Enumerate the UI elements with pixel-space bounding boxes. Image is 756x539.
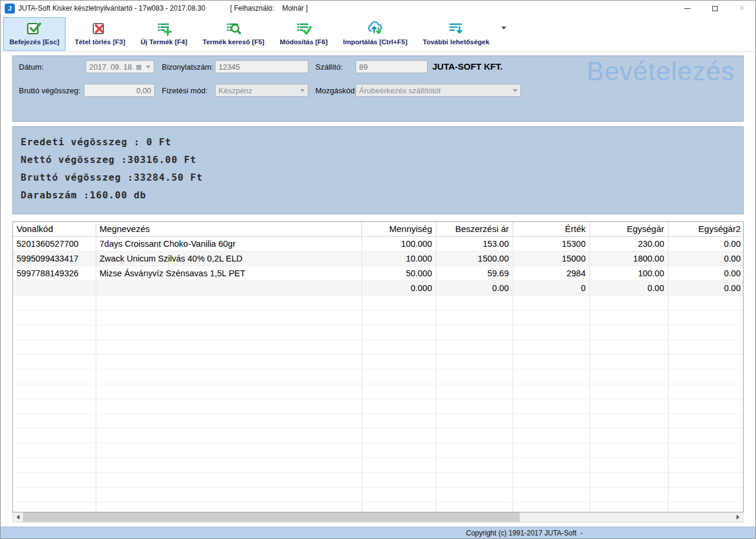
horizontal-scrollbar[interactable] [12, 512, 744, 522]
table-cell[interactable] [13, 310, 96, 325]
table-cell[interactable] [361, 295, 436, 310]
table-cell[interactable] [13, 339, 96, 354]
table-cell[interactable] [513, 443, 589, 458]
table-cell[interactable] [513, 428, 589, 443]
table-cell[interactable] [513, 295, 589, 310]
table-cell[interactable] [13, 325, 96, 339]
table-cell[interactable]: 100.000 [361, 236, 436, 251]
table-cell[interactable] [361, 443, 436, 458]
table-cell[interactable] [361, 354, 436, 369]
table-cell[interactable]: 5997788149326 [13, 266, 96, 280]
table-cell[interactable] [668, 428, 744, 443]
column-header-name[interactable]: Megnevezés [96, 222, 361, 236]
table-cell[interactable] [668, 384, 744, 398]
table-cell[interactable] [361, 339, 436, 354]
table-cell[interactable] [589, 487, 668, 502]
date-dropdown-icon[interactable] [146, 66, 151, 68]
table-cell[interactable] [513, 384, 589, 398]
scroll-right-button[interactable] [733, 512, 743, 522]
table-cell[interactable] [13, 428, 96, 443]
table-cell[interactable]: 0.00 [668, 280, 744, 295]
table-cell[interactable] [436, 310, 513, 325]
column-header-quantity[interactable]: Mennyiség [361, 222, 436, 236]
table-cell[interactable] [13, 458, 96, 472]
table-cell[interactable] [668, 310, 744, 325]
table-cell[interactable] [436, 325, 513, 339]
table-cell[interactable] [589, 413, 668, 428]
table-cell[interactable] [13, 384, 96, 398]
scroll-left-button[interactable] [13, 512, 23, 522]
table-cell[interactable] [668, 502, 744, 512]
table-cell[interactable] [361, 428, 436, 443]
modify-button[interactable]: Módosítás [F6] [273, 17, 334, 51]
payment-method-dropdown[interactable]: Készpénz [215, 84, 308, 97]
table-cell[interactable] [96, 502, 361, 512]
table-cell[interactable] [436, 487, 513, 502]
table-cell[interactable]: Mizse Ásványvíz Szénsavas 1,5L PET [96, 266, 361, 280]
table-cell[interactable] [513, 325, 589, 339]
table-cell[interactable]: 15300 [513, 236, 589, 251]
table-cell[interactable]: 230.00 [589, 236, 668, 251]
table-cell[interactable] [513, 487, 589, 502]
table-cell[interactable] [13, 280, 96, 295]
table-cell[interactable] [589, 354, 668, 369]
table-cell[interactable] [436, 443, 513, 458]
table-cell[interactable] [668, 354, 744, 369]
maximize-button[interactable] [701, 1, 728, 16]
table-cell[interactable] [436, 354, 513, 369]
table-cell[interactable] [668, 458, 744, 472]
table-cell[interactable] [13, 369, 96, 384]
table-cell[interactable] [513, 310, 589, 325]
table-cell[interactable] [96, 280, 361, 295]
movement-code-dropdown[interactable]: Árubeérkezés szállítótól [356, 84, 521, 97]
table-cell[interactable] [589, 339, 668, 354]
table-cell[interactable] [668, 295, 744, 310]
table-cell[interactable] [589, 398, 668, 413]
table-cell[interactable] [513, 458, 589, 472]
table-cell[interactable] [96, 369, 361, 384]
table-cell[interactable] [513, 472, 589, 487]
table-cell[interactable] [13, 472, 96, 487]
table-cell[interactable] [96, 472, 361, 487]
table-cell[interactable] [361, 472, 436, 487]
table-cell[interactable] [436, 472, 513, 487]
table-cell[interactable] [436, 295, 513, 310]
table-cell[interactable]: 10.000 [361, 251, 436, 266]
table-cell[interactable] [96, 354, 361, 369]
table-cell[interactable] [436, 339, 513, 354]
table-cell[interactable] [13, 398, 96, 413]
minimize-button[interactable] [674, 1, 701, 16]
table-cell[interactable]: 59.69 [436, 266, 513, 280]
scrollbar-thumb[interactable] [23, 512, 520, 522]
finish-button[interactable]: Befejezés [Esc] [3, 17, 66, 51]
table-cell[interactable] [361, 413, 436, 428]
table-cell[interactable]: 1800.00 [589, 251, 668, 266]
table-cell[interactable] [96, 458, 361, 472]
table-cell[interactable]: 0.00 [668, 266, 744, 280]
table-cell[interactable]: 7days Croissant Choko-Vanilia 60gr [96, 236, 361, 251]
table-cell[interactable]: 1500.00 [436, 251, 513, 266]
table-cell[interactable] [96, 443, 361, 458]
table-cell[interactable] [436, 398, 513, 413]
table-cell[interactable] [668, 369, 744, 384]
table-cell[interactable] [668, 443, 744, 458]
table-cell[interactable] [436, 502, 513, 512]
date-field[interactable]: 2017. 09. 18. ▦ [86, 60, 154, 73]
table-cell[interactable] [96, 325, 361, 339]
table-cell[interactable] [96, 413, 361, 428]
table-cell[interactable]: 0.00 [436, 280, 513, 295]
table-cell[interactable] [361, 369, 436, 384]
table-cell[interactable] [361, 384, 436, 398]
calendar-icon[interactable]: ▦ [136, 63, 142, 71]
table-cell[interactable]: 0.00 [589, 280, 668, 295]
table-cell[interactable] [436, 458, 513, 472]
table-cell[interactable] [513, 398, 589, 413]
table-cell[interactable]: 50.000 [361, 266, 436, 280]
table-cell[interactable] [589, 458, 668, 472]
table-cell[interactable] [513, 354, 589, 369]
table-cell[interactable] [361, 325, 436, 339]
table-cell[interactable]: 2984 [513, 266, 589, 280]
product-search-button[interactable]: Termék kereső [F5] [196, 17, 271, 51]
table-cell[interactable] [589, 295, 668, 310]
table-cell[interactable] [589, 502, 668, 512]
